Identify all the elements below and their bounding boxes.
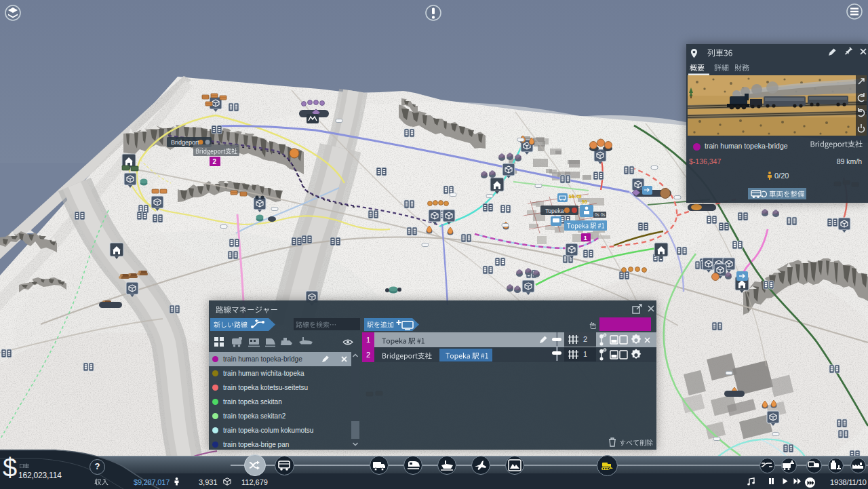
svg-text:$6.49: $6.49 bbox=[569, 193, 582, 199]
svg-text:0s 0s: 0s 0s bbox=[595, 212, 606, 217]
svg-text:00: 00 bbox=[582, 199, 587, 204]
